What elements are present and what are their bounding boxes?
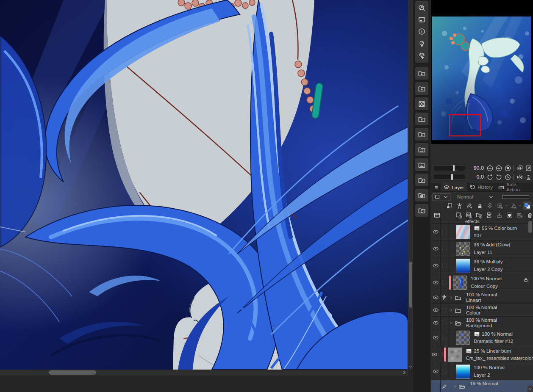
zoom-out-button[interactable]: [486, 164, 494, 172]
layer-visible-eye-icon[interactable]: [431, 274, 441, 291]
chevron-down-icon[interactable]: [518, 204, 522, 208]
layer-row[interactable]: 55 % Color burn#07: [431, 224, 533, 240]
scroll-down-arrow-icon[interactable]: [408, 363, 413, 370]
expand-arrow-icon[interactable]: [449, 295, 454, 300]
layer-thumbnail[interactable]: [456, 331, 470, 345]
lock-layer-button[interactable]: [475, 202, 484, 210]
layer-row[interactable]: 36 % Add (Glow)Layer 11: [431, 240, 533, 257]
layer-row-partial[interactable]: effects: [431, 219, 533, 224]
favorites-materials-tab[interactable]: [415, 67, 428, 80]
palette-dock-button[interactable]: [433, 211, 441, 219]
layer-thumbnail[interactable]: [456, 242, 470, 256]
reference-layer-button[interactable]: [455, 202, 464, 210]
image-materials-tab[interactable]: [415, 158, 428, 171]
reset-rotation-button[interactable]: [504, 173, 512, 181]
layer-checkbox[interactable]: [441, 274, 448, 291]
tab-auto-action[interactable]: Auto Action: [496, 183, 533, 191]
fit-to-window-button[interactable]: [516, 164, 524, 172]
3d-materials-tab[interactable]: [415, 189, 428, 202]
collapse-arrow-icon[interactable]: [449, 320, 454, 326]
layer-row[interactable]: 100 % NormalColour: [431, 304, 533, 317]
layer-thumbnail[interactable]: [456, 225, 470, 239]
ruler-guide-button[interactable]: [509, 202, 518, 210]
layer-row[interactable]: 100 % NormalBackground: [431, 317, 533, 329]
rotate-ccw-button[interactable]: [486, 173, 494, 181]
canvas-artwork[interactable]: [0, 0, 408, 370]
new-folder-button[interactable]: [475, 211, 483, 219]
layer-checkbox[interactable]: [441, 224, 448, 240]
layer-checkbox[interactable]: [441, 240, 448, 257]
zoom-fit-button[interactable]: [504, 164, 512, 172]
layer-checkbox[interactable]: [441, 329, 448, 346]
create-mask-button[interactable]: [505, 211, 514, 219]
layer-search-icon[interactable]: [417, 51, 427, 61]
pose-materials-tab[interactable]: [415, 113, 428, 125]
lock-transparent-pixels-button[interactable]: [486, 202, 494, 210]
zoom-in-button[interactable]: [495, 164, 503, 172]
canvas-viewport[interactable]: [0, 0, 408, 370]
favorites-materials-2-tab[interactable]: [415, 82, 428, 95]
layer-thumbnail[interactable]: [456, 259, 470, 273]
scroll-right-arrow-icon[interactable]: [401, 370, 407, 375]
layer-row[interactable]: 25 % Linear burnCm_tex_ resembles waterc…: [431, 346, 533, 363]
download-materials-tab[interactable]: [415, 128, 428, 141]
expand-arrow-icon[interactable]: [452, 384, 458, 389]
information-icon[interactable]: [417, 27, 427, 36]
layer-visible-eye-icon[interactable]: [431, 363, 441, 380]
blend-mode-dropdown[interactable]: Normal: [454, 193, 496, 201]
flip-vertical-button[interactable]: [525, 173, 533, 181]
vertical-scroll-thumb[interactable]: [409, 262, 412, 308]
chevron-down-icon[interactable]: [531, 204, 533, 208]
layer-thumbnail[interactable]: [456, 364, 470, 379]
rotation-slider[interactable]: [433, 174, 466, 180]
layer-list-scroll-down-icon[interactable]: [527, 386, 533, 392]
palette-color-dropdown[interactable]: [433, 193, 450, 201]
draft-layer-button[interactable]: [465, 202, 474, 210]
item-light-icon[interactable]: [417, 39, 427, 48]
layer-visible-eye-icon[interactable]: [431, 346, 438, 363]
chevron-down-icon[interactable]: [504, 204, 508, 208]
layer-visible-eye-icon[interactable]: [431, 329, 441, 346]
rotate-cw-button[interactable]: [495, 173, 503, 181]
layer-row[interactable]: 19 % Normal: [431, 380, 533, 392]
enable-mask-button[interactable]: [496, 202, 504, 210]
layer-row[interactable]: 100 % NormalDramatic filter #12: [431, 329, 533, 346]
layer-row[interactable]: 100 % NormalColour Copy: [431, 274, 533, 291]
opacity-slider[interactable]: [502, 195, 529, 199]
reference-layer-icon[interactable]: [441, 291, 448, 304]
layer-row[interactable]: 100 % NormalLineart: [431, 291, 533, 304]
sub-view-icon[interactable]: [417, 15, 427, 25]
layer-checkbox[interactable]: [441, 257, 448, 274]
canvas-vertical-scrollbar[interactable]: [408, 0, 413, 370]
layer-checkbox[interactable]: [438, 346, 443, 363]
merge-to-lower-button[interactable]: [495, 211, 503, 219]
tab-history[interactable]: History: [467, 183, 496, 191]
layer-color-button[interactable]: [523, 202, 531, 210]
layer-row[interactable]: 36 % MultiplyLayer 2 Copy: [431, 257, 533, 274]
layer-visible-eye-icon[interactable]: [431, 317, 441, 329]
fit-to-screen-button[interactable]: [525, 164, 533, 172]
layer-visible-eye-icon[interactable]: [431, 304, 441, 316]
canvas-horizontal-scrollbar[interactable]: [0, 370, 408, 375]
layer-visible-eye-icon[interactable]: [431, 257, 441, 274]
layer-eye-empty[interactable]: [431, 380, 441, 392]
flip-horizontal-button[interactable]: [516, 173, 524, 181]
layer-checkbox[interactable]: [441, 317, 448, 329]
layer-visible-eye-icon[interactable]: [431, 224, 441, 240]
layer-row[interactable]: 100 % NormalLayer 2: [431, 363, 533, 380]
layer-thumbnail[interactable]: [453, 276, 467, 290]
clip-at-layer-below-button[interactable]: [445, 202, 453, 210]
layer-eye-empty[interactable]: [431, 219, 441, 223]
layer-checkbox[interactable]: [441, 304, 448, 316]
transfer-to-lower-button[interactable]: [485, 211, 493, 219]
body-materials-tab[interactable]: [415, 204, 428, 217]
palette-menu-icon[interactable]: ≡: [431, 184, 441, 191]
new-raster-layer-button[interactable]: [454, 211, 463, 219]
figure-materials-tab[interactable]: [415, 143, 428, 156]
apply-mask-button[interactable]: [515, 211, 524, 219]
layer-visible-eye-icon[interactable]: [431, 240, 441, 257]
expand-arrow-icon[interactable]: [449, 308, 454, 313]
layer-visible-eye-icon[interactable]: [431, 291, 441, 304]
navigator-preview[interactable]: [431, 0, 533, 144]
horizontal-scroll-thumb[interactable]: [49, 370, 96, 375]
